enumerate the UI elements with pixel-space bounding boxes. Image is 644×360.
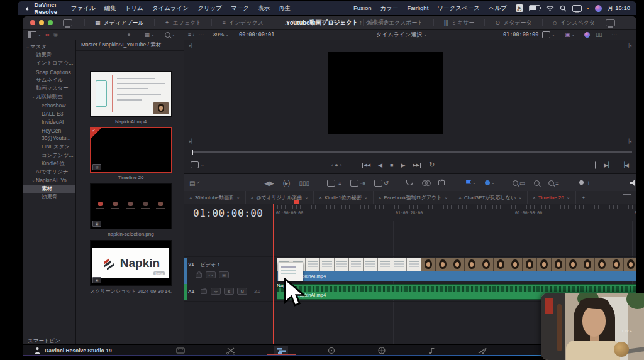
stacked-timelines-icon[interactable] <box>623 194 631 200</box>
timeline-tab[interactable]: ×30Youtube動画新⌄ <box>184 191 246 204</box>
zoom-detail-icon[interactable] <box>534 180 540 186</box>
page-button-Fairlight[interactable] <box>425 346 439 355</box>
v1-auto-select-icon[interactable]: <> <box>206 271 216 278</box>
panel-button[interactable]: ≡インデックス <box>222 19 264 27</box>
clean-feed-icon[interactable] <box>63 19 72 26</box>
dual-viewer-icon[interactable]: ▯▯ <box>596 31 602 38</box>
bin-item[interactable]: ⌄マスター <box>23 43 75 51</box>
viewer-zoom-select[interactable]: 39%⌄ <box>213 31 229 38</box>
a1-mute-button[interactable]: M <box>237 288 247 295</box>
chevron-down-icon[interactable]: ⌄ <box>567 195 570 200</box>
spotlight-search-icon[interactable] <box>560 5 567 12</box>
loop-button[interactable]: ↻ <box>429 161 435 169</box>
timeline-tab[interactable]: ×Facebook強制ログアウト⌄ <box>374 191 454 204</box>
v1-track-id[interactable]: V1 <box>188 261 194 268</box>
menubar-item[interactable]: Fusion <box>353 4 372 13</box>
bin-item[interactable]: AIでオリジナ... <box>23 168 75 176</box>
v1-track-header[interactable]: V1 ビデオ 1 <box>188 261 220 268</box>
goto-in-icon[interactable]: ▸▏ <box>189 139 195 144</box>
menubar-clock[interactable]: 月 16:10 <box>608 4 630 13</box>
grid-view-button[interactable]: ▦⌄ <box>145 31 155 38</box>
menubar-item[interactable]: ワークスペース <box>437 4 480 13</box>
viewer-mode-icon[interactable]: ⌄ <box>542 31 555 38</box>
add-timeline-tab-button[interactable]: + <box>576 195 592 200</box>
menubar-item[interactable]: ヘルプ <box>489 4 507 13</box>
viewer-canvas[interactable] <box>328 52 443 134</box>
screen-mirroring-icon[interactable] <box>572 5 582 12</box>
timeline-options-icon[interactable]: ▤✓ <box>189 180 200 187</box>
goto-first-frame-button[interactable]: ◀◀ <box>362 163 370 168</box>
link-clips-icon[interactable] <box>422 180 430 185</box>
menubar-item[interactable]: クリップ <box>197 4 222 13</box>
viewer-more-icon[interactable]: ⋯ <box>611 31 617 38</box>
chevron-down-icon[interactable]: ⌄ <box>31 94 36 99</box>
marker-button[interactable]: ⌄ <box>485 180 495 185</box>
viewer-scrubber[interactable] <box>192 151 632 153</box>
loop-range-icon[interactable] <box>595 162 596 168</box>
prev-marker-icon[interactable]: ▕◀ <box>620 162 629 168</box>
bin-item[interactable]: ⌄NapkinAI_Yo... <box>23 177 75 185</box>
scrubber-playhead[interactable] <box>192 150 193 155</box>
zoom-out-icon[interactable]: − <box>568 180 572 187</box>
audio-monitor-icon[interactable] <box>630 179 636 187</box>
insert-clip-icon[interactable]: ↴ <box>327 180 341 187</box>
bin-item[interactable]: Kindle1位 <box>23 160 75 168</box>
multicam-icon[interactable]: ▣⌄ <box>565 31 575 38</box>
clip-name[interactable]: napkin-selection.png <box>90 231 172 237</box>
chevron-down-icon[interactable]: ⌄ <box>444 195 448 200</box>
video-clip-bar[interactable]: NapkinAI.mp4 <box>277 271 636 281</box>
bin-item[interactable]: 30分Youtu... <box>23 134 75 143</box>
clip-thumbnail[interactable] <box>90 71 172 117</box>
chevron-down-icon[interactable]: ⌄ <box>304 195 308 200</box>
media-clip-screenshot[interactable]: Napkin beta ▣ スクリーンショット 2024-09-30 14.24… <box>90 240 172 295</box>
control-center-icon[interactable] <box>595 5 602 12</box>
more-options-icon[interactable]: ⋯ <box>198 31 204 38</box>
page-button-メディア[interactable] <box>174 346 187 355</box>
a1-solo-button[interactable]: S <box>224 288 234 295</box>
menubar-item[interactable]: ファイル <box>71 4 96 13</box>
bin-item[interactable]: イントロアウ... <box>23 60 75 68</box>
bin-item[interactable]: HeyGen <box>23 126 75 134</box>
bin-item[interactable]: ⌄元収録動画 <box>23 93 75 101</box>
trim-edit-tool-icon[interactable]: ◀▶ <box>264 180 274 187</box>
bin-item[interactable]: LINEスタン... <box>23 143 75 151</box>
wifi-icon[interactable] <box>546 5 554 11</box>
v1-filmstrip-view-icon[interactable]: ▤ <box>219 271 229 278</box>
razor-tool-icon[interactable]: ▯▯▯ <box>299 180 309 187</box>
timeline-tab[interactable]: ×Timeline 26⌄ <box>528 191 576 204</box>
panel-button[interactable]: ✦エフェクト <box>165 19 202 27</box>
page-button-デリバー[interactable] <box>475 346 489 355</box>
bin-panel-toggle-button[interactable]: ⌄ <box>28 31 42 38</box>
snapping-magnet-icon[interactable] <box>406 180 413 185</box>
close-tab-icon[interactable]: × <box>379 195 382 200</box>
menubar-app-name[interactable]: DaVinci Resolve <box>35 1 62 15</box>
titlebar-right-button[interactable]: |||ミキサー <box>444 19 475 27</box>
clip-thumbnail[interactable]: ▣ <box>90 183 172 229</box>
overwrite-clip-icon[interactable]: ⇥ <box>350 180 365 187</box>
minimize-window-button[interactable] <box>39 20 44 25</box>
sort-button[interactable]: ≡↓ <box>188 31 194 38</box>
media-clip-napkinai[interactable]: NapkinAI.mp4 <box>90 71 172 124</box>
menubar-item[interactable]: マーク <box>231 4 249 13</box>
bin-item[interactable]: echoshow <box>23 101 75 109</box>
titlebar-right-button[interactable]: ◇インスペクタ <box>553 19 595 27</box>
bin-item[interactable]: 効果音 <box>23 51 75 59</box>
replace-clip-icon[interactable]: ↺ <box>374 180 389 187</box>
timeline-mode-select[interactable]: タイムライン選択⌄ <box>376 31 427 39</box>
page-button-エディット[interactable] <box>274 346 288 355</box>
timeline-ruler[interactable] <box>274 205 636 209</box>
page-button-カット[interactable] <box>224 346 238 355</box>
timeline-tab[interactable]: ×ChatGPTが反応しない⌄ <box>453 191 528 204</box>
timeline-tab[interactable]: ×Kindle1位の秘密⌄ <box>314 191 373 204</box>
menubar-item[interactable]: 再生 <box>279 4 291 13</box>
panel-button[interactable]: ▦メディアプール <box>95 19 144 27</box>
a1-auto-select-icon[interactable]: <> <box>211 288 221 295</box>
next-marker-icon[interactable]: ▶▏ <box>604 162 613 168</box>
chevron-down-icon[interactable]: ⌄ <box>31 178 36 183</box>
play-button[interactable]: ▶ <box>401 162 405 168</box>
jog-control[interactable]: ‹ ● › <box>331 162 341 168</box>
zoom-in-icon[interactable]: + <box>587 180 591 187</box>
color-viewer-icon[interactable] <box>584 32 590 38</box>
sizing-mode-button[interactable]: ⌄ <box>191 161 204 168</box>
a1-lock-icon[interactable] <box>201 289 207 294</box>
